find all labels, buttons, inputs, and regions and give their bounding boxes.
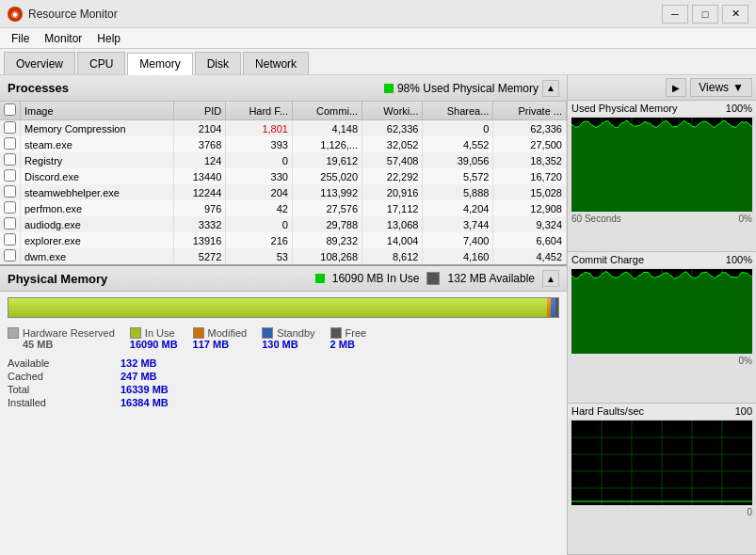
right-panel-header: ▶ Views ▼	[568, 75, 756, 101]
row-working: 22,292	[362, 168, 423, 184]
table-row[interactable]: steamwebhelper.exe 12244 204 113,992 20,…	[0, 184, 567, 200]
processes-collapse-button[interactable]: ▲	[542, 80, 559, 97]
row-commit: 113,992	[292, 184, 362, 200]
legend-free-label: Free	[346, 327, 367, 339]
graph2-canvas	[571, 269, 752, 354]
tab-network[interactable]: Network	[243, 52, 309, 74]
row-pid: 976	[173, 200, 225, 216]
window-title: Resource Monitor	[28, 8, 118, 21]
process-table-scroll[interactable]: Image PID Hard F... Commi... Worki... Sh…	[0, 102, 567, 264]
right-panel: ▶ Views ▼ Used Physical Memory 100% 60 S…	[568, 75, 756, 555]
row-image: steamwebhelper.exe	[21, 184, 174, 200]
graph-commit-charge: Commit Charge 100% 0%	[568, 252, 756, 404]
legend-modified-label: Modified	[208, 327, 248, 339]
row-pid: 13916	[173, 232, 225, 248]
row-checkbox[interactable]	[0, 232, 21, 248]
stat-installed-value: 16384 MB	[121, 397, 215, 408]
col-checkbox[interactable]	[0, 102, 21, 120]
tab-cpu[interactable]: CPU	[77, 52, 125, 74]
legend-modified: Modified 117 MB	[193, 327, 248, 350]
legend-standby-color	[262, 327, 273, 339]
menu-file[interactable]: File	[4, 30, 37, 47]
graph2-title: Commit Charge 100%	[568, 252, 756, 267]
tab-overview[interactable]: Overview	[4, 52, 75, 74]
row-shared: 3,744	[423, 216, 493, 232]
row-private: 18,352	[493, 152, 567, 168]
col-working[interactable]: Worki...	[362, 102, 423, 120]
tab-bar: Overview CPU Memory Disk Network	[0, 49, 756, 75]
table-row[interactable]: explorer.exe 13916 216 89,232 14,004 7,4…	[0, 232, 567, 248]
graph-container: Used Physical Memory 100% 60 Seconds 0% …	[568, 101, 756, 555]
table-row[interactable]: Memory Compression 2104 1,801 4,148 62,3…	[0, 120, 567, 137]
col-commit[interactable]: Commi...	[292, 102, 362, 120]
col-private[interactable]: Private ...	[493, 102, 567, 120]
nav-left-button[interactable]: ▶	[666, 78, 686, 97]
row-shared: 39,056	[423, 152, 493, 168]
row-shared: 5,888	[423, 184, 493, 200]
row-hard: 1,801	[226, 120, 293, 137]
table-row[interactable]: steam.exe 3768 393 1,126,... 32,052 4,55…	[0, 136, 567, 152]
physical-memory-title: Physical Memory	[8, 272, 107, 286]
row-shared: 4,204	[423, 200, 493, 216]
col-shared[interactable]: Sharea...	[423, 102, 493, 120]
row-working: 14,004	[362, 232, 423, 248]
row-private: 9,324	[493, 216, 567, 232]
row-private: 4,452	[493, 248, 567, 264]
processes-header: Processes 98% Used Physical Memory ▲	[0, 75, 567, 102]
processes-indicator-text: 98% Used Physical Memory	[397, 82, 539, 95]
row-working: 17,112	[362, 200, 423, 216]
row-hard: 204	[226, 184, 293, 200]
table-row[interactable]: audiodg.exe 3332 0 29,788 13,068 3,744 9…	[0, 216, 567, 232]
row-checkbox[interactable]	[0, 168, 21, 184]
row-commit: 4,148	[292, 120, 362, 137]
graph1-canvas	[571, 118, 752, 212]
row-hard: 0	[226, 216, 293, 232]
stat-cached-label: Cached	[8, 371, 121, 382]
graph1-labels: 60 Seconds 0%	[568, 214, 756, 226]
menu-bar: File Monitor Help	[0, 28, 756, 49]
row-checkbox[interactable]	[0, 216, 21, 232]
graph3-value: 100	[735, 405, 752, 417]
table-row[interactable]: dwm.exe 5272 53 108,268 8,612 4,160 4,45…	[0, 248, 567, 264]
row-commit: 29,788	[292, 216, 362, 232]
row-checkbox[interactable]	[0, 184, 21, 200]
legend-standby-label: Standby	[277, 327, 314, 339]
minimize-button[interactable]: ─	[662, 5, 688, 24]
physical-memory-in-use: 16090 MB In Use	[332, 272, 420, 285]
table-row[interactable]: perfmon.exe 976 42 27,576 17,112 4,204 1…	[0, 200, 567, 216]
row-checkbox[interactable]	[0, 248, 21, 264]
table-row[interactable]: Discord.exe 13440 330 255,020 22,292 5,5…	[0, 168, 567, 184]
graph1-bottom-right: 0%	[739, 214, 752, 224]
views-button[interactable]: Views ▼	[690, 78, 752, 97]
col-pid[interactable]: PID	[173, 102, 225, 120]
row-checkbox[interactable]	[0, 120, 21, 137]
row-checkbox[interactable]	[0, 136, 21, 152]
legend-inuse-color	[130, 327, 141, 339]
row-working: 20,916	[362, 184, 423, 200]
tab-memory[interactable]: Memory	[127, 53, 192, 75]
col-image[interactable]: Image	[21, 102, 174, 120]
legend-free-color	[330, 327, 342, 339]
graph2-percent: 100%	[726, 254, 752, 265]
legend-inuse-label: In Use	[145, 327, 175, 339]
graph2-title-text: Commit Charge	[571, 254, 644, 265]
maximize-button[interactable]: □	[692, 5, 718, 24]
memory-bar	[8, 297, 559, 318]
row-working: 62,336	[362, 120, 423, 137]
col-hardf[interactable]: Hard F...	[226, 102, 293, 120]
graph3-title: Hard Faults/sec 100	[568, 404, 756, 419]
graph-hard-faults: Hard Faults/sec 100 0	[568, 404, 756, 555]
row-checkbox[interactable]	[0, 152, 21, 168]
close-button[interactable]: ✕	[722, 5, 748, 24]
row-checkbox[interactable]	[0, 200, 21, 216]
graph-used-physical-memory: Used Physical Memory 100% 60 Seconds 0%	[568, 101, 756, 252]
select-all-checkbox[interactable]	[4, 103, 16, 116]
physical-memory-collapse-button[interactable]: ▲	[542, 270, 559, 287]
stat-total-value: 16339 MB	[121, 384, 215, 395]
menu-help[interactable]: Help	[89, 30, 128, 47]
table-row[interactable]: Registry 124 0 19,612 57,408 39,056 18,3…	[0, 152, 567, 168]
row-commit: 1,126,...	[292, 136, 362, 152]
menu-monitor[interactable]: Monitor	[37, 30, 89, 47]
tab-disk[interactable]: Disk	[195, 52, 241, 74]
indicator-green-icon	[384, 84, 394, 93]
